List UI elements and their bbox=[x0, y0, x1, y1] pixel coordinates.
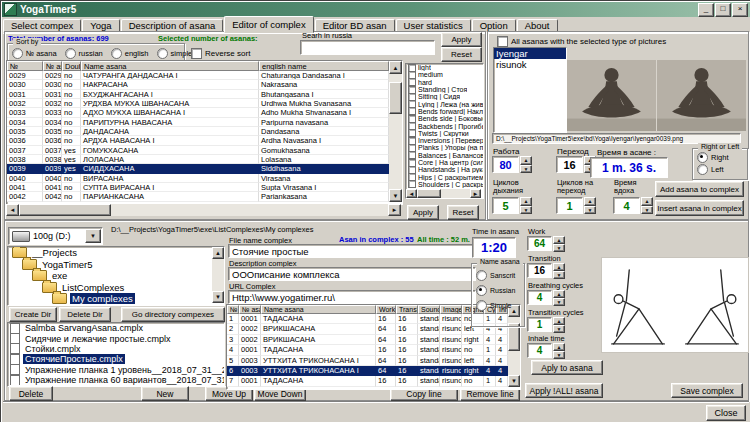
filter-item-backbends[interactable]: Backbends | Прогибы bbox=[406, 122, 483, 129]
spinner-up-icon[interactable]: ▲ bbox=[553, 343, 565, 351]
filter-item-core[interactable]: Core | На центр (сил bbox=[406, 159, 483, 166]
inhale-time2-value[interactable]: 4 bbox=[527, 343, 552, 358]
column-header-transit[interactable]: Transit bbox=[396, 305, 418, 314]
file-item-cmplx[interactable]: Сидячие и лежачие простые.cmplx bbox=[8, 333, 224, 343]
filter-item-lying[interactable]: Lying | Лежа (на живо bbox=[406, 100, 483, 107]
spinner-down-icon[interactable]: ▼ bbox=[553, 244, 565, 252]
tree-item-listcomplexes[interactable]: ListComplexes bbox=[8, 282, 224, 294]
close-window-button[interactable]: × bbox=[732, 3, 748, 17]
spinner-up-icon[interactable]: ▲ bbox=[641, 197, 653, 206]
scroll-left-icon[interactable]: ◄ bbox=[6, 204, 19, 216]
name-asana-option-sanscrit[interactable]: Sanscrit bbox=[476, 270, 515, 281]
column-header-item[interactable]: № bbox=[227, 305, 239, 314]
filter-item-hips[interactable]: Hips | С раскрытием б bbox=[406, 173, 483, 180]
filter-item-standing[interactable]: Standing | Стоя bbox=[406, 86, 483, 93]
filter-item-inversions[interactable]: Inversions | Переверн bbox=[406, 137, 483, 144]
search-reset-button[interactable]: Reset bbox=[441, 47, 482, 62]
asana-row[interactable]: 00410041noСУПТА ВИРАСАНА ISupta Virasana… bbox=[7, 183, 402, 192]
complex-row[interactable]: 70001ТАДАСАНА1616standarisunokno14 bbox=[227, 376, 520, 386]
column-header-name-asana[interactable]: Name asana bbox=[261, 305, 376, 314]
asana-row[interactable]: 00320032noУРДХВА МУКХА ШВАНАСАНАUrdhwa M… bbox=[7, 99, 402, 108]
new-file-button[interactable]: New bbox=[141, 386, 189, 401]
search-input[interactable] bbox=[300, 40, 435, 55]
scroll-up-icon[interactable]: ▲ bbox=[212, 247, 224, 259]
side-option-right[interactable]: Right bbox=[697, 152, 729, 163]
scrollbar-thumb[interactable] bbox=[389, 82, 402, 114]
work-value[interactable]: 80 bbox=[492, 156, 519, 173]
apply-to-asana-button[interactable]: Aply to asana bbox=[531, 360, 603, 375]
name-asana-option-simple[interactable]: Simple bbox=[476, 300, 515, 311]
asana-row[interactable]: 00420042noПАРИАНКАСАНАPariankasana bbox=[7, 192, 402, 201]
filter-item-hard[interactable]: hard bbox=[406, 79, 483, 86]
apply-all-asana-button[interactable]: Apply !ALL! asana bbox=[525, 383, 603, 398]
scrollbar-thumb[interactable] bbox=[508, 323, 520, 351]
asana-row[interactable]: 00330033noАДХО МУКХА ШВАНАСАНА IAdho Muk… bbox=[7, 108, 402, 117]
column-header-work[interactable]: Work bbox=[376, 305, 396, 314]
asana-row[interactable]: 00300030noНАКРАСАНАNakrasana bbox=[7, 80, 402, 89]
file-item-cmplx[interactable]: Стойки.cmplx bbox=[8, 344, 224, 354]
tree-item-exe[interactable]: exe bbox=[8, 270, 224, 282]
inhale-time-value[interactable]: 4 bbox=[613, 197, 640, 214]
spinner-up-icon[interactable]: ▲ bbox=[553, 236, 565, 244]
spinner-down-icon[interactable]: ▼ bbox=[641, 206, 653, 215]
delete-dir-button[interactable]: Delete Dir bbox=[59, 307, 111, 322]
file-name-input[interactable] bbox=[228, 244, 476, 258]
spinner-up-icon[interactable]: ▲ bbox=[520, 197, 532, 206]
spinner-up-icon[interactable]: ▲ bbox=[520, 156, 532, 165]
scroll-down-icon[interactable]: ▼ bbox=[389, 189, 402, 202]
work2-value[interactable]: 64 bbox=[527, 236, 552, 251]
picture-type-risunok[interactable]: risunok bbox=[494, 59, 566, 70]
asana-row[interactable]: 00290029noЧАТУРАНГА ДАНДАСАНА IChaturang… bbox=[7, 71, 402, 80]
column-header-asa[interactable]: № asa bbox=[239, 305, 261, 314]
scroll-right-icon[interactable]: ► bbox=[388, 204, 401, 216]
drive-select[interactable]: 100g (D:) ▼ bbox=[8, 227, 103, 245]
scrollbar-thumb[interactable] bbox=[19, 204, 111, 216]
complex-row[interactable]: 40001ТАДАСАНА1616standarisunokno14 bbox=[227, 345, 520, 355]
scroll-down-icon[interactable]: ▼ bbox=[212, 291, 224, 303]
column-header-sound[interactable]: Sound bbox=[418, 305, 440, 314]
filter-item-twists[interactable]: Twists | Скрутки bbox=[406, 130, 483, 137]
reverse-sort-checkbox[interactable]: Reverse sort bbox=[191, 48, 250, 59]
spinner-down-icon[interactable]: ▼ bbox=[553, 271, 565, 279]
search-apply-button[interactable]: Apply bbox=[441, 32, 482, 47]
scroll-left-icon[interactable]: ◄ bbox=[406, 189, 417, 198]
create-dir-button[interactable]: Create Dir bbox=[9, 307, 57, 322]
tree-item-my-complexes[interactable]: My complexes bbox=[8, 293, 224, 305]
breath-cycles-value[interactable]: 5 bbox=[492, 197, 519, 214]
name-asana-option-russian[interactable]: Russian bbox=[476, 285, 515, 296]
tree-item-projects[interactable]: __Projects bbox=[8, 247, 224, 259]
spinner-up-icon[interactable]: ▲ bbox=[584, 197, 596, 206]
asana-row[interactable]: 00380038yesЛОЛАСАНАLolasana bbox=[7, 155, 402, 164]
column-header-item[interactable]: № bbox=[7, 61, 43, 71]
filter-item-balances[interactable]: Balances | Балансовы bbox=[406, 152, 483, 159]
file-item-cmplx[interactable]: СтоячиеПростые.cmplx bbox=[8, 354, 224, 364]
filter-item-planks[interactable]: Planks | Упоры (на по bbox=[406, 144, 483, 151]
filter-item-sitting[interactable]: Sitting | Сидя bbox=[406, 93, 483, 100]
filter-item-bends-side[interactable]: Bends side | Боковые bbox=[406, 115, 483, 122]
filter-item-light[interactable]: light bbox=[406, 64, 483, 71]
description-input[interactable] bbox=[228, 267, 476, 281]
insert-asana-button[interactable]: Insert asana in complex bbox=[655, 200, 744, 216]
breathing-cycles2-value[interactable]: 4 bbox=[527, 290, 552, 305]
dropdown-arrow-icon[interactable]: ▼ bbox=[85, 229, 101, 243]
asana-table-vscrollbar[interactable]: ▲ ▼ bbox=[389, 61, 402, 202]
column-header-english-name[interactable]: english name bbox=[259, 61, 389, 71]
sort-option-asana[interactable]: № asana bbox=[12, 48, 57, 59]
transition-cycles-value[interactable]: 1 bbox=[556, 197, 583, 214]
transition-cycles2-value[interactable]: 1 bbox=[527, 317, 552, 332]
spinner-up-icon[interactable]: ▲ bbox=[553, 290, 565, 298]
asana-table-hscrollbar[interactable]: ◄ ► bbox=[6, 204, 401, 216]
complex-row[interactable]: 60003УТТХИТА ТРИКОНАСАНА I6416standarisu… bbox=[227, 366, 520, 376]
close-button[interactable]: Close bbox=[706, 405, 746, 421]
filter-item-medium[interactable]: medium bbox=[406, 71, 483, 78]
transition-value[interactable]: 16 bbox=[556, 156, 583, 173]
side-option-left[interactable]: Left bbox=[697, 164, 729, 175]
column-header-asa[interactable]: № asa bbox=[43, 61, 62, 71]
spinner-down-icon[interactable]: ▼ bbox=[584, 206, 596, 215]
spinner-up-icon[interactable]: ▲ bbox=[553, 317, 565, 325]
spinner-up-icon[interactable]: ▲ bbox=[553, 263, 565, 271]
go-directory-button[interactable]: Go directory compexes bbox=[121, 307, 225, 322]
filter-apply-button[interactable]: Apply bbox=[407, 205, 439, 220]
tree-vscrollbar[interactable]: ▲ ▼ bbox=[212, 247, 224, 303]
scroll-down-icon[interactable]: ▼ bbox=[508, 375, 520, 387]
